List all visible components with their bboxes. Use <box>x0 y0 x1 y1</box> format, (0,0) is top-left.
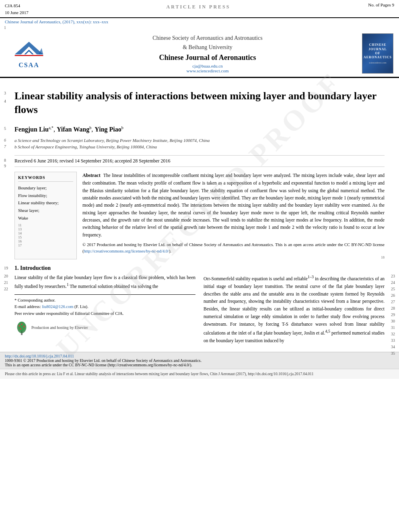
top-bar: CJA 854 10 June 2017 ARTICLE IN PRESS No… <box>0 0 399 18</box>
intro-left-para1: Linear stability of the flat plate bound… <box>14 274 195 290</box>
line-33: 33 <box>391 338 395 343</box>
copyright-line: © 2017 Production and hosting by Elsevie… <box>82 242 385 255</box>
line-18-marker: 18 <box>82 255 385 259</box>
keywords-title: KEYWORDS <box>18 175 73 182</box>
line-21: 21 <box>4 280 8 285</box>
cover-title-text: CHINESEJOURNALOFAERONAUTICS <box>364 43 392 60</box>
line-31: 31 <box>391 325 395 330</box>
line-17-marker: 17 <box>18 243 73 247</box>
received-text: Received 6 June 2016; revised 14 Septemb… <box>14 158 171 164</box>
abstract-body: Abstract The linear instabilities of inc… <box>82 172 385 238</box>
line-1: 1 <box>4 25 6 30</box>
keyword-3: Linear stability theory; <box>18 199 73 207</box>
affiliation-a: a Science and Technology on Scramjet Lab… <box>14 137 385 144</box>
journal-email: cja@buaa.edu.cn <box>192 64 222 68</box>
line-7: 7 <box>4 144 6 150</box>
svg-point-6 <box>19 325 20 327</box>
email-author: (F. Liu). <box>74 304 88 309</box>
keyword-2: Flow instability; <box>18 192 73 199</box>
intro-heading: 1. Introduction <box>14 265 385 271</box>
line-25: 25 <box>391 287 395 291</box>
csaa-acronym: CSAA <box>19 62 39 69</box>
cc-link[interactable]: http://creativecommons.org/licenses/by-n… <box>84 249 169 253</box>
line-27: 27 <box>391 300 395 304</box>
pages-count: No. of Pages 9 <box>368 2 394 7</box>
intro-col-left: 20 21 22 Linear stability of the flat pl… <box>14 274 195 347</box>
line-26: 26 <box>391 293 395 298</box>
keywords-list: Boundary layer; Flow instability; Linear… <box>18 184 73 222</box>
main-content: UNCORRECTED PROOF 3 4 Linear stability a… <box>0 78 399 352</box>
author1-name: Fengjun Liu <box>14 126 49 133</box>
svg-point-7 <box>21 323 23 325</box>
footnote-box: * Corresponding author. E-mail address: … <box>14 294 195 338</box>
abstract-section: KEYWORDS Boundary layer; Flow instabilit… <box>14 172 385 259</box>
author3-sup: b <box>121 125 123 130</box>
csaa-plane-icon <box>11 39 47 61</box>
intro-right-text1: Orr-Sommerfeld stability equation is use… <box>204 276 308 281</box>
abstract-label: Abstract <box>82 173 101 178</box>
peer-review-text: Peer review under responsibility of Edit… <box>14 310 195 317</box>
keywords-box: KEYWORDS Boundary layer; Flow instabilit… <box>14 172 77 259</box>
two-column-layout: 20 21 22 Linear stability of the flat pl… <box>14 274 385 347</box>
line-29: 29 <box>391 312 395 317</box>
citation-bar: Please cite this article in press as: Li… <box>0 369 399 379</box>
doi-link[interactable]: http://dx.doi.org/10.1016/j.cja.2017.04.… <box>5 354 74 358</box>
elsevier-label: Production and hosting by Elsevier <box>31 325 88 331</box>
keyword-5: Wake <box>18 214 73 222</box>
intro-right-text1b: in describing the characteristics of an … <box>204 276 385 336</box>
intro-col-right: 23 24 25 26 27 28 29 30 31 32 33 34 35 O… <box>204 274 385 347</box>
journal-logo-right-block: CHINESEJOURNALOFAERONAUTICS sciencedirec… <box>362 33 394 74</box>
corresponding-author: * Corresponding author. <box>14 297 195 304</box>
line-13-marker: 13 <box>18 227 73 231</box>
org-name2: & Beihang University <box>57 43 358 52</box>
journal-header: CSAA Chinese Society of Aeronautics and … <box>0 30 399 78</box>
journal-ref: Chinese Journal of Aeronautics, (2017), … <box>0 18 399 25</box>
intro-right-ref2: 4,5 <box>325 329 330 333</box>
line-24: 24 <box>391 280 395 285</box>
line-23: 23 <box>391 274 395 278</box>
svg-point-8 <box>23 326 25 327</box>
keyword-4: Shear layer; <box>18 207 73 214</box>
journal-ref-text: Chinese Journal of Aeronautics, (2017), … <box>5 19 108 24</box>
page-wrapper: CJA 854 10 June 2017 ARTICLE IN PRESS No… <box>0 0 399 379</box>
csaa-logo-block: CSAA <box>5 39 53 69</box>
cover-subtitle: sciencedirect.com <box>369 62 386 64</box>
publication-date: 10 June 2017 <box>5 9 29 16</box>
line-34: 34 <box>391 345 395 349</box>
line-22: 22 <box>4 287 8 291</box>
line-5: 5 <box>4 126 6 131</box>
affiliation-b: b School of Aerospace Engineering, Tsing… <box>14 144 385 150</box>
citation-text: Please cite this article in press as: Li… <box>5 372 314 376</box>
abstract-text: The linear instabilities of incompressib… <box>82 173 385 237</box>
journal-title: Chinese Journal of Aeronautics <box>57 53 358 62</box>
line-6: 6 <box>4 137 6 143</box>
elsevier-logo-block: Production and hosting by Elsevier <box>14 320 88 336</box>
line-4: 4 <box>4 99 6 103</box>
article-in-press: ARTICLE IN PRESS <box>166 4 230 10</box>
email-label: E-mail address: <box>14 304 41 309</box>
line-14-marker: 14 <box>18 231 73 235</box>
doi-bar: http://dx.doi.org/10.1016/j.cja.2017.04.… <box>0 352 399 369</box>
org-name1: Chinese Society of Aeronautics and Astro… <box>57 34 358 43</box>
journal-cover-image: CHINESEJOURNALOFAERONAUTICS sciencedirec… <box>362 33 393 74</box>
author1-sup: a,* <box>49 125 53 130</box>
email-link[interactable]: liu8024@126.com <box>42 304 73 309</box>
svg-rect-1 <box>15 55 43 55</box>
author2-name: Yifan Wang <box>57 126 89 133</box>
elsevier-tree-icon <box>14 320 29 336</box>
line-8: 8 <box>4 158 6 162</box>
line-16-marker: 16 <box>18 239 73 243</box>
email-line: E-mail address: liu8024@126.com (F. Liu)… <box>14 304 195 310</box>
author3-name: Ying Piao <box>95 126 121 133</box>
line-30: 30 <box>391 319 395 323</box>
article-title: Linear stability analysis of interaction… <box>14 89 385 117</box>
line-20: 20 <box>4 274 8 278</box>
svg-point-9 <box>20 328 21 330</box>
intro-right-ref1: 1–3 <box>308 275 314 279</box>
issn-text: 1000-9361 © 2017 Production and hosting … <box>5 358 202 363</box>
intro-section: 19 1. Introduction 20 21 22 Linear stabi… <box>14 265 385 347</box>
line-9: 9 <box>4 164 6 168</box>
journal-website: www.sciencedirect.com <box>187 68 229 73</box>
top-bar-left: CJA 854 10 June 2017 <box>5 2 29 16</box>
cja-number: CJA 854 <box>5 2 29 9</box>
